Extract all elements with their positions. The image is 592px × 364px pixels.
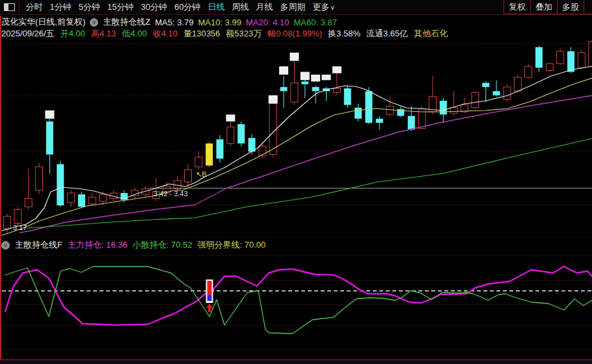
candle bbox=[14, 209, 21, 223]
chart-annotation: ← 3.17 bbox=[4, 224, 27, 231]
candle bbox=[57, 164, 64, 205]
candle bbox=[376, 119, 383, 123]
candle bbox=[557, 51, 564, 64]
flag-block bbox=[289, 53, 299, 61]
flag-block bbox=[226, 114, 235, 122]
flag-block bbox=[311, 75, 320, 82]
candle bbox=[493, 91, 500, 95]
candle bbox=[504, 87, 511, 99]
signal-marker-red bbox=[208, 281, 212, 295]
signal-arrow-stem bbox=[208, 308, 211, 312]
candle bbox=[36, 167, 43, 190]
candle bbox=[344, 88, 351, 105]
flag-block bbox=[269, 96, 278, 104]
candle bbox=[301, 81, 308, 84]
flag-block bbox=[332, 66, 342, 73]
candle bbox=[365, 91, 372, 123]
candle bbox=[440, 101, 447, 114]
candle bbox=[46, 122, 53, 155]
candle bbox=[535, 47, 543, 68]
candle bbox=[68, 193, 75, 203]
candle bbox=[386, 107, 394, 115]
candle bbox=[472, 92, 479, 107]
candle bbox=[217, 139, 224, 159]
chart-annotation: 3.42 - 3.43 bbox=[154, 190, 188, 198]
candle bbox=[567, 51, 574, 72]
candle bbox=[291, 83, 298, 103]
candle bbox=[482, 83, 489, 87]
candle bbox=[237, 124, 245, 144]
ma20-line bbox=[20, 96, 592, 233]
chart-canvas[interactable]: ← 3.173.42 - 3.43↖B bbox=[0, 0, 592, 364]
candle bbox=[408, 116, 415, 129]
signal-marker-blue bbox=[208, 295, 212, 301]
candle bbox=[88, 197, 96, 204]
candle bbox=[131, 190, 139, 196]
candle bbox=[450, 108, 457, 113]
bottom-strip bbox=[0, 361, 592, 364]
candle bbox=[206, 144, 213, 166]
candle bbox=[184, 170, 191, 182]
main-force-line bbox=[5, 266, 592, 325]
ma10-line bbox=[2, 78, 592, 235]
ma60-line bbox=[26, 138, 592, 228]
candle bbox=[78, 194, 85, 207]
candle bbox=[227, 127, 234, 143]
candle bbox=[578, 53, 585, 68]
candle bbox=[333, 88, 340, 92]
flag-block bbox=[301, 72, 310, 81]
candle bbox=[312, 87, 319, 91]
trading-app-window: 分时 1分钟 5分钟 15分钟 30分钟 60分钟 日线 周线 月线 多周期 更… bbox=[0, 0, 592, 364]
candle bbox=[589, 42, 592, 66]
candle bbox=[280, 87, 288, 91]
flag-block bbox=[45, 110, 54, 119]
chart-annotation: ↖B bbox=[196, 170, 207, 178]
candle bbox=[525, 66, 532, 77]
candle bbox=[100, 194, 107, 202]
candle bbox=[269, 103, 276, 154]
candle bbox=[195, 157, 202, 167]
candle bbox=[25, 198, 32, 207]
candle bbox=[355, 108, 362, 119]
flag-block bbox=[279, 66, 288, 75]
candle bbox=[546, 64, 553, 71]
candle bbox=[514, 77, 521, 91]
flag-block bbox=[322, 75, 331, 80]
